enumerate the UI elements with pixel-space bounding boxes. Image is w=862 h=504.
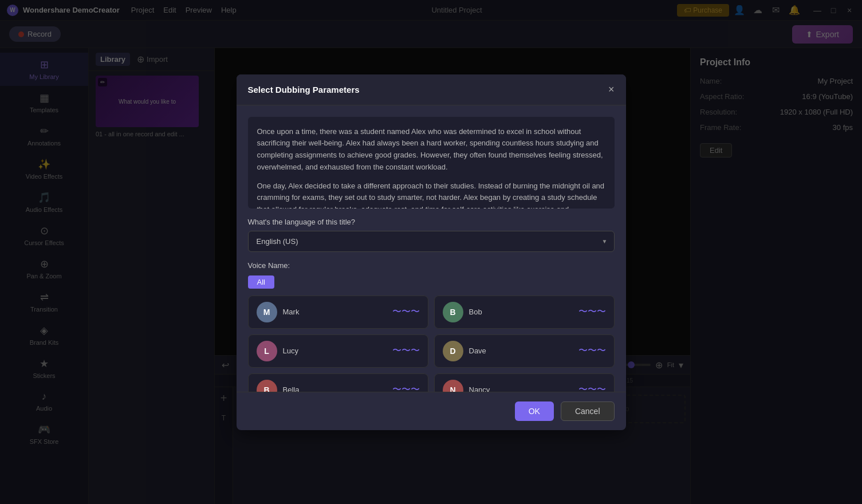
dialog-title: Select Dubbing Parameters [248,85,360,94]
nancy-avatar: N [443,380,463,392]
language-select-wrapper: English (US) English (UK) Spanish French… [248,231,615,252]
voice-card-lucy[interactable]: L Lucy 〜〜〜 [248,334,428,368]
dialog-body: Once upon a time, there was a student na… [237,105,626,392]
ok-button[interactable]: OK [515,401,554,421]
voice-name-label: Voice Name: [248,261,615,270]
dave-wave-icon: 〜〜〜 [578,345,606,357]
voice-grid: M Mark 〜〜〜 B Bob 〜〜〜 L Lucy 〜〜〜 D Dave [248,296,615,392]
dialog-overlay: Select Dubbing Parameters × Once upon a … [0,0,862,504]
text-paragraph-1: Once upon a time, there was a student na… [257,126,605,174]
lucy-name: Lucy [283,346,387,355]
text-preview-area: Once upon a time, there was a student na… [248,117,615,208]
dave-name: Dave [469,346,573,355]
nancy-name: Nancy [469,385,573,392]
bob-wave-icon: 〜〜〜 [578,306,606,318]
nancy-wave-icon: 〜〜〜 [578,384,606,392]
dave-avatar: D [443,341,463,361]
language-select[interactable]: English (US) English (UK) Spanish French… [248,231,615,252]
dialog-footer: OK Cancel [237,392,626,430]
dubbing-dialog: Select Dubbing Parameters × Once upon a … [237,74,626,430]
dialog-header: Select Dubbing Parameters × [237,74,626,105]
voice-card-mark[interactable]: M Mark 〜〜〜 [248,296,428,329]
mark-avatar: M [257,302,277,322]
mark-name: Mark [283,308,387,316]
voice-card-bob[interactable]: B Bob 〜〜〜 [434,296,615,329]
bob-avatar: B [443,302,463,322]
lucy-wave-icon: 〜〜〜 [392,345,420,357]
dialog-close-button[interactable]: × [608,84,615,96]
text-paragraph-2: One day, Alex decided to take a differen… [257,180,605,208]
bella-name: Bella [283,385,387,392]
voice-card-dave[interactable]: D Dave 〜〜〜 [434,334,615,368]
bella-avatar: B [257,380,277,392]
voice-filter-all[interactable]: All [248,275,274,289]
mark-wave-icon: 〜〜〜 [392,306,420,318]
voice-card-nancy[interactable]: N Nancy 〜〜〜 [434,373,615,392]
bob-name: Bob [469,308,573,316]
language-label: What's the language of this title? [248,218,615,226]
bella-wave-icon: 〜〜〜 [392,384,420,392]
lucy-avatar: L [257,341,277,361]
voice-card-bella[interactable]: B Bella 〜〜〜 [248,373,428,392]
voice-filter: All [248,275,615,289]
cancel-button[interactable]: Cancel [561,401,615,421]
